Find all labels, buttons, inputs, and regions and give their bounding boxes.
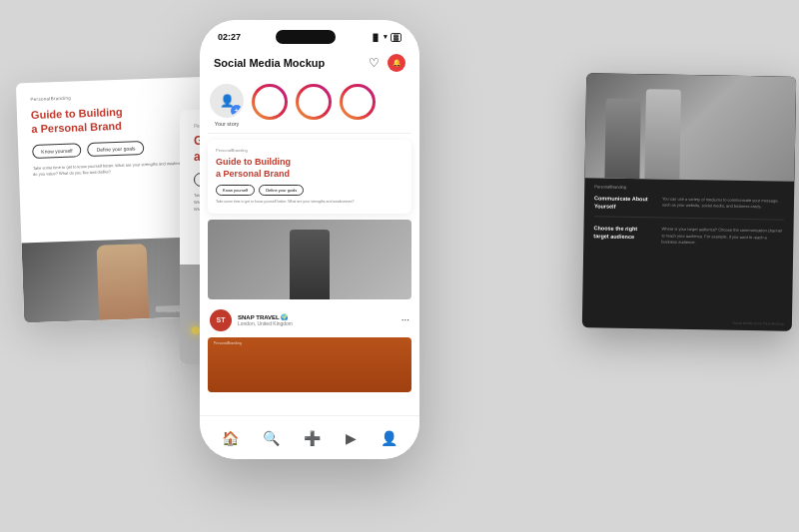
hand-illustration-left xyxy=(97,244,150,320)
left-card-buttons: Know yourself Define your goals xyxy=(32,139,204,159)
phone-card-body: Take some time to get to know yourself b… xyxy=(216,200,403,205)
right-dark-card: PersonalBranding Communicate About Yours… xyxy=(582,73,796,331)
author-location: London, United Kingdom xyxy=(238,320,293,326)
post-author-row: ST SNAP TRAVEL 🌍 London, United Kingdom … xyxy=(200,303,419,337)
right-card-row-1: Communicate About Yourself You can use a… xyxy=(594,195,784,221)
right-card-row-2: Choose the right target audience Where i… xyxy=(593,226,783,254)
story-item-1[interactable] xyxy=(252,84,288,127)
clock: 02:27 xyxy=(218,32,241,42)
phone-screen: 02:27 ▐▌ ▾ ▓ Social Media Mockup ♡ 🔔 👤 xyxy=(200,20,419,459)
define-goals-btn-left[interactable]: Define your goals xyxy=(87,141,144,157)
story-item-2[interactable] xyxy=(296,84,332,127)
right-card-row2-title: Choose the right target audience xyxy=(593,226,653,246)
author-avatar: ST xyxy=(210,309,232,331)
post-bottom-image: PersonalBranding xyxy=(208,337,411,392)
nav-search-icon[interactable]: 🔍 xyxy=(263,430,280,446)
right-card-top-image xyxy=(584,73,796,182)
stories-row: 👤 Your story xyxy=(200,78,419,133)
right-card-row1-body: You can use a variety of mediums to comm… xyxy=(662,197,784,215)
story-inner-1 xyxy=(255,87,285,117)
wifi-icon: ▾ xyxy=(384,33,388,41)
bottom-nav: 🏠 🔍 ➕ ▶ 👤 xyxy=(200,415,419,459)
left-card-title: Guide to Building a Personal Brand xyxy=(31,102,204,137)
suit-figure-phone xyxy=(290,230,330,299)
your-story-item[interactable]: 👤 Your story xyxy=(210,84,244,127)
story-inner-3 xyxy=(343,87,373,117)
status-icons: ▐▌ ▾ ▓ xyxy=(371,33,401,42)
know-yourself-btn-left[interactable]: Know yourself xyxy=(32,143,82,159)
nav-add-icon[interactable]: ➕ xyxy=(304,430,321,446)
story-item-3[interactable] xyxy=(340,84,376,127)
phone-card-tag: PersonalBranding xyxy=(216,148,403,153)
author-name: SNAP TRAVEL 🌍 xyxy=(238,313,293,320)
phone-card-title: Guide to Building a Personal Brand xyxy=(216,157,403,180)
left-card-tag: PersonalBranding xyxy=(30,91,202,102)
phone-post-image xyxy=(208,220,411,299)
battery-icon: ▓ xyxy=(391,33,401,42)
signal-icon: ▐▌ xyxy=(371,34,381,41)
right-card-row2-body: Where is your target audience? Choose th… xyxy=(661,227,783,248)
author-info: SNAP TRAVEL 🌍 London, United Kingdom xyxy=(238,313,293,326)
dynamic-island xyxy=(276,30,336,44)
phone-card-buttons: Know yourself Define your goals xyxy=(216,185,403,196)
right-card-content: Communicate About Yourself You can use a… xyxy=(583,191,794,266)
nav-profile-icon[interactable]: 👤 xyxy=(381,430,398,446)
instagram-header: Social Media Mockup ♡ 🔔 xyxy=(200,48,419,78)
right-card-row1-title: Communicate About Yourself xyxy=(594,195,654,211)
divider xyxy=(208,133,411,134)
your-story-label: Your story xyxy=(215,121,240,127)
post-tag-overlay: PersonalBranding xyxy=(214,341,242,345)
know-yourself-btn-phone[interactable]: Know yourself xyxy=(216,185,255,196)
story-ring-3[interactable] xyxy=(340,84,376,120)
sparkle-icon xyxy=(192,326,200,334)
notification-badge[interactable]: 🔔 xyxy=(388,54,405,72)
right-card-watermark: Social Media Icons Pack Mockup xyxy=(732,321,783,326)
phone-card: PersonalBranding Guide to Building a Per… xyxy=(208,140,411,214)
more-options-icon[interactable]: ··· xyxy=(401,314,409,325)
status-bar: 02:27 ▐▌ ▾ ▓ xyxy=(200,20,419,48)
your-story-avatar[interactable]: 👤 xyxy=(210,84,244,118)
story-inner-2 xyxy=(299,87,329,117)
phone-mockup: 02:27 ▐▌ ▾ ▓ Social Media Mockup ♡ 🔔 👤 xyxy=(200,20,419,459)
heart-icon[interactable]: ♡ xyxy=(369,56,380,70)
app-title: Social Media Mockup xyxy=(214,57,325,69)
story-ring-1[interactable] xyxy=(252,84,288,120)
story-ring-2[interactable] xyxy=(296,84,332,120)
nav-reels-icon[interactable]: ▶ xyxy=(346,430,357,446)
define-goals-btn-phone[interactable]: Define your goals xyxy=(259,185,304,196)
figure-1 xyxy=(604,99,640,180)
figure-2 xyxy=(644,89,681,180)
header-icons: ♡ 🔔 xyxy=(369,54,405,72)
nav-home-icon[interactable]: 🏠 xyxy=(222,430,239,446)
